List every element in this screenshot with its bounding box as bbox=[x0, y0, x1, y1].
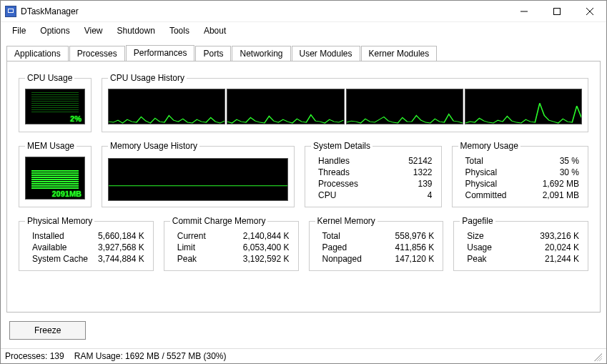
cpu-usage-label: CPU Usage bbox=[25, 73, 74, 83]
menu-view[interactable]: View bbox=[77, 24, 110, 37]
status-processes: Processes: 139 bbox=[5, 351, 64, 361]
cpu-usage-gauge: 2% bbox=[25, 89, 85, 124]
tab-performances[interactable]: Performances bbox=[126, 45, 195, 61]
menu-options[interactable]: Options bbox=[33, 24, 77, 37]
tab-kerner-modules[interactable]: Kerner Modules bbox=[361, 46, 438, 62]
system-details-label: System Details bbox=[311, 141, 372, 151]
commit-charge-panel: Commit Charge Memory Current2,140,844 K … bbox=[164, 216, 299, 271]
freeze-button[interactable]: Freeze bbox=[9, 321, 86, 340]
tab-panel: CPU Usage 2% CPU Usage History bbox=[6, 61, 601, 313]
menu-about[interactable]: About bbox=[197, 24, 233, 37]
mem-usage-panel: MEM Usage 2091MB bbox=[19, 141, 92, 207]
pagefile-panel: Pagefile Size393,216 K Usage20,024 K Pea… bbox=[453, 216, 588, 271]
cpu-history-core-1 bbox=[108, 89, 225, 124]
memory-usage-label: Memory Usage bbox=[458, 141, 520, 151]
cpu-history-core-4 bbox=[465, 89, 582, 124]
mem-usage-label: MEM Usage bbox=[25, 141, 77, 151]
maximize-button[interactable] bbox=[541, 1, 573, 22]
menu-file[interactable]: File bbox=[5, 24, 33, 37]
mem-history-label: Memory Usage History bbox=[108, 141, 199, 151]
titlebar[interactable]: DTaskManager bbox=[1, 1, 606, 22]
physical-memory-panel: Physical Memory Installed5,660,184 K Ava… bbox=[19, 216, 154, 271]
tab-bar: Applications Processes Performances Port… bbox=[1, 39, 606, 61]
menu-tools[interactable]: Tools bbox=[162, 24, 197, 37]
system-details-panel: System Details Handles52142 Threads1322 … bbox=[305, 141, 442, 207]
cpu-history-panel: CPU Usage History bbox=[102, 73, 588, 132]
cpu-history-core-2 bbox=[227, 89, 344, 124]
cpu-usage-panel: CPU Usage 2% bbox=[19, 73, 92, 132]
kernel-memory-panel: Kernel Memory Total558,976 K Paged411,85… bbox=[309, 216, 444, 271]
menubar: File Options View Shutdown Tools About bbox=[1, 22, 606, 39]
svg-rect-1 bbox=[554, 8, 561, 14]
mem-history-chart bbox=[108, 158, 288, 201]
close-button[interactable] bbox=[573, 1, 606, 22]
menu-shutdown[interactable]: Shutdown bbox=[110, 24, 162, 37]
mem-history-panel: Memory Usage History bbox=[102, 141, 295, 207]
mem-usage-gauge: 2091MB bbox=[25, 157, 85, 200]
statusbar: Processes: 139 RAM Usage: 1692 MB / 5527… bbox=[1, 348, 606, 363]
status-ram: RAM Usage: 1692 MB / 5527 MB (30%) bbox=[74, 351, 227, 361]
bottom-area: Freeze bbox=[1, 313, 606, 348]
minimize-button[interactable] bbox=[508, 1, 541, 22]
tab-processes[interactable]: Processes bbox=[69, 46, 125, 62]
cpu-history-label: CPU Usage History bbox=[108, 73, 187, 83]
resize-grip[interactable] bbox=[592, 351, 602, 361]
tab-ports[interactable]: Ports bbox=[195, 46, 231, 62]
tab-user-modules[interactable]: User Modules bbox=[292, 46, 360, 62]
mem-usage-value: 2091MB bbox=[51, 190, 82, 198]
window-title: DTaskManager bbox=[21, 6, 79, 16]
memory-usage-panel: Memory Usage Total35 % Physical30 % Phys… bbox=[452, 141, 589, 207]
app-icon bbox=[5, 6, 16, 17]
tab-networking[interactable]: Networking bbox=[232, 46, 290, 62]
cpu-history-core-3 bbox=[346, 89, 463, 124]
tab-applications[interactable]: Applications bbox=[6, 46, 69, 62]
cpu-usage-value: 2% bbox=[70, 114, 82, 123]
